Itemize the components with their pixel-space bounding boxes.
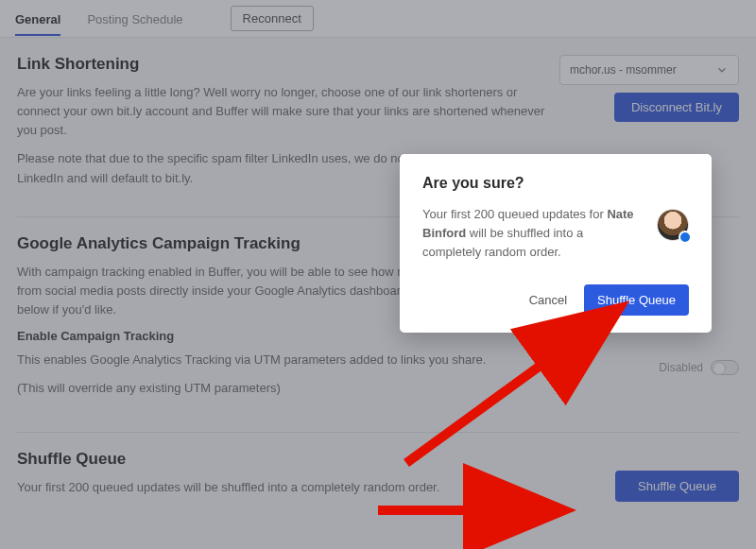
confirm-dialog: Are you sure? Your first 200 queued upda…: [400, 154, 712, 333]
dialog-title: Are you sure?: [422, 175, 689, 192]
shuffle-queue-confirm-button[interactable]: Shuffle Queue: [584, 284, 689, 316]
avatar: [657, 209, 689, 241]
dialog-message: Your first 200 queued updates for Nate B…: [422, 205, 645, 262]
linkedin-badge-icon: [679, 231, 692, 244]
cancel-button[interactable]: Cancel: [529, 293, 567, 307]
settings-page: General Posting Schedule Reconnect Link …: [0, 0, 756, 549]
